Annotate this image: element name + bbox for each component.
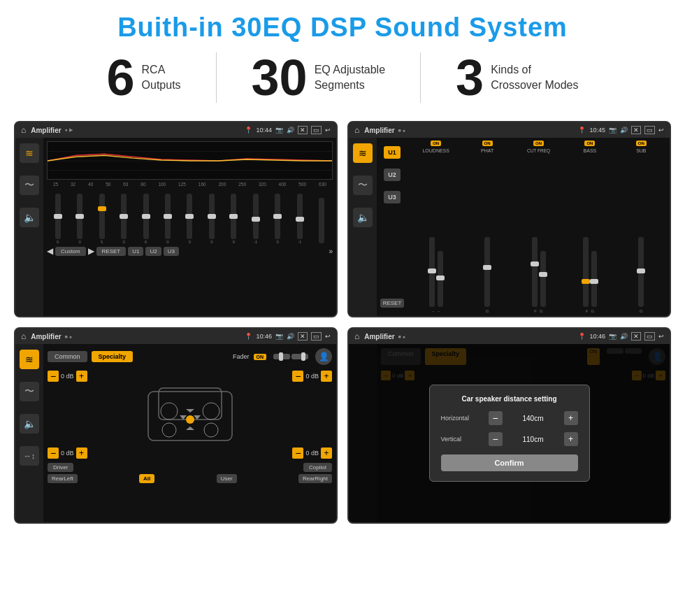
stat-label-crossover: Kinds of Crossover Modes: [491, 62, 578, 94]
eq-slider-9[interactable]: 0: [231, 194, 236, 244]
xo-u3-btn[interactable]: U3: [384, 191, 401, 203]
minus-btn-4[interactable]: −: [292, 447, 303, 459]
eq-graph: [47, 141, 333, 180]
plus-btn-1[interactable]: +: [76, 371, 87, 382]
vertical-minus-btn[interactable]: −: [489, 432, 503, 446]
stat-number-6: 6: [107, 52, 135, 103]
plus-btn-4[interactable]: +: [321, 447, 332, 459]
fader-tabs: Common Specialty Fader ON: [48, 348, 332, 365]
xo-icon-1[interactable]: ≋: [353, 143, 373, 163]
title-2: Amplifier: [364, 127, 394, 134]
minus-btn-3[interactable]: −: [48, 447, 59, 459]
xo-reset-btn[interactable]: RESET: [380, 299, 405, 308]
xo-icon-3[interactable]: 🔈: [353, 208, 373, 227]
rearright-btn[interactable]: RearRight: [298, 474, 332, 483]
eq-icon-active[interactable]: ≋: [20, 143, 39, 163]
stat-number-30: 30: [252, 52, 308, 103]
minus-btn-2[interactable]: −: [292, 371, 303, 382]
specialty-tab-3[interactable]: Specialty: [92, 351, 134, 362]
statusbar-2: ⌂ Amplifier ■ ● 📍 10:45 📷 🔊 ✕ ▭ ↩: [349, 122, 670, 138]
svg-point-9: [186, 415, 194, 424]
eq-custom-btn[interactable]: Custom: [55, 247, 86, 256]
eq-prev-btn[interactable]: ◀: [47, 246, 53, 256]
svg-point-5: [161, 403, 178, 420]
title-4: Amplifier: [364, 333, 394, 341]
horizontal-value: 140cm: [508, 415, 558, 422]
eq-freq-labels: 2532405063 80100125160200 25032040050063…: [47, 182, 333, 187]
vertical-plus-btn[interactable]: +: [564, 432, 578, 446]
car-diagram: [48, 385, 332, 447]
fader-icon-1[interactable]: ≋: [20, 350, 39, 369]
eq-slider-3[interactable]: 5: [99, 194, 105, 244]
eq-icon-speaker[interactable]: 🔈: [20, 208, 39, 227]
vertical-value: 110cm: [508, 436, 558, 443]
eq-reset-btn[interactable]: RESET: [96, 247, 127, 256]
db-val-2: 0 dB: [305, 373, 319, 380]
eq-slider-13[interactable]: [319, 198, 324, 244]
fader-icon-3[interactable]: 🔈: [20, 414, 39, 434]
stat-label-rca: RCA Outputs: [142, 62, 181, 94]
eq-slider-10[interactable]: -1: [253, 194, 259, 244]
plus-btn-3[interactable]: +: [76, 447, 87, 459]
db-controls-bottom: − 0 dB + − 0 dB +: [48, 447, 332, 459]
dialog-horizontal-row: Horizontal − 140cm +: [441, 411, 578, 425]
eq-slider-11[interactable]: 0: [275, 194, 280, 244]
screen-distance: ⌂ Amplifier ■ ● 📍 10:46 📷 🔊 ✕ ▭ ↩ Common…: [347, 327, 671, 524]
horizontal-plus-btn[interactable]: +: [564, 411, 578, 425]
eq-u2-btn[interactable]: U2: [145, 247, 161, 256]
rearleft-btn[interactable]: RearLeft: [48, 474, 78, 483]
eq-more-icon[interactable]: »: [329, 248, 333, 255]
statusbar-4: ⌂ Amplifier ■ ● 📍 10:46 📷 🔊 ✕ ▭ ↩: [349, 329, 670, 344]
eq-slider-1[interactable]: 0: [55, 194, 61, 244]
driver-btn[interactable]: Driver: [48, 463, 73, 472]
eq-slider-8[interactable]: 0: [209, 194, 215, 244]
xo-u-panel: U1 U2 U3 RESET: [377, 138, 408, 316]
home-icon-1: ⌂: [21, 125, 26, 135]
xo-icon-2[interactable]: 〜: [353, 176, 373, 195]
common-tab-3[interactable]: Common: [48, 351, 87, 362]
fader-bottom-btns-row1: Driver Copilot: [48, 463, 332, 472]
stat-crossover: 3 Kinds of Crossover Modes: [421, 52, 613, 103]
statusbar-1: ⌂ Amplifier ● ▶ 📍 10:44 📷 🔊 ✕ ▭ ↩: [15, 122, 336, 138]
eq-slider-2[interactable]: 0: [77, 194, 82, 244]
svg-point-8: [204, 423, 218, 437]
fader-icon-4[interactable]: ↔↕: [20, 446, 39, 466]
xo-col-bass: ON BASS F G: [565, 141, 614, 313]
crossover-content: ≋ 〜 🔈 U1 U2 U3 RESET ON LOUDNESS: [349, 138, 670, 316]
eq-slider-12[interactable]: -1: [297, 194, 303, 244]
horizontal-minus-btn[interactable]: −: [489, 411, 503, 425]
svg-marker-10: [180, 415, 187, 420]
fader-bottom-btns-row2: RearLeft All User RearRight: [48, 474, 332, 483]
location-icon-1: 📍: [245, 127, 252, 134]
fader-icon-2[interactable]: 〜: [20, 382, 39, 401]
xo-u2-btn[interactable]: U2: [384, 169, 401, 181]
eq-slider-6[interactable]: 0: [165, 194, 171, 244]
page-wrapper: Buith-in 30EQ DSP Sound System 6 RCA Out…: [0, 0, 685, 616]
avatar-icon[interactable]: 👤: [315, 348, 332, 365]
db-group-1: − 0 dB +: [48, 371, 87, 382]
title-1: Amplifier: [31, 127, 61, 134]
eq-slider-5[interactable]: 0: [143, 194, 149, 244]
svg-marker-12: [186, 409, 194, 413]
user-btn-3[interactable]: User: [217, 474, 237, 483]
db-controls-top: − 0 dB + − 0 dB +: [48, 371, 332, 382]
confirm-button[interactable]: Confirm: [441, 454, 578, 471]
eq-u3-btn[interactable]: U3: [164, 247, 179, 256]
svg-point-6: [203, 403, 219, 420]
stat-label-eq: EQ Adjustable Segments: [315, 62, 385, 94]
minus-btn-1[interactable]: −: [48, 371, 59, 382]
on-badge-3: ON: [254, 354, 267, 360]
eq-u1-btn[interactable]: U1: [128, 247, 143, 256]
xo-u1-btn[interactable]: U1: [384, 146, 401, 159]
all-btn[interactable]: All: [139, 474, 154, 483]
eq-icon-wave[interactable]: 〜: [20, 176, 39, 195]
plus-btn-2[interactable]: +: [321, 371, 332, 382]
xo-left-icons: ≋ 〜 🔈: [349, 138, 377, 316]
eq-next-btn[interactable]: ▶: [88, 246, 94, 256]
copilot-btn[interactable]: Copilot: [303, 463, 332, 472]
eq-slider-7[interactable]: 0: [187, 194, 192, 244]
eq-slider-4[interactable]: 0: [121, 194, 127, 244]
eq-left-icons: ≋ 〜 🔈: [15, 138, 43, 316]
home-icon-3: ⌂: [21, 331, 26, 341]
svg-marker-11: [194, 415, 201, 420]
